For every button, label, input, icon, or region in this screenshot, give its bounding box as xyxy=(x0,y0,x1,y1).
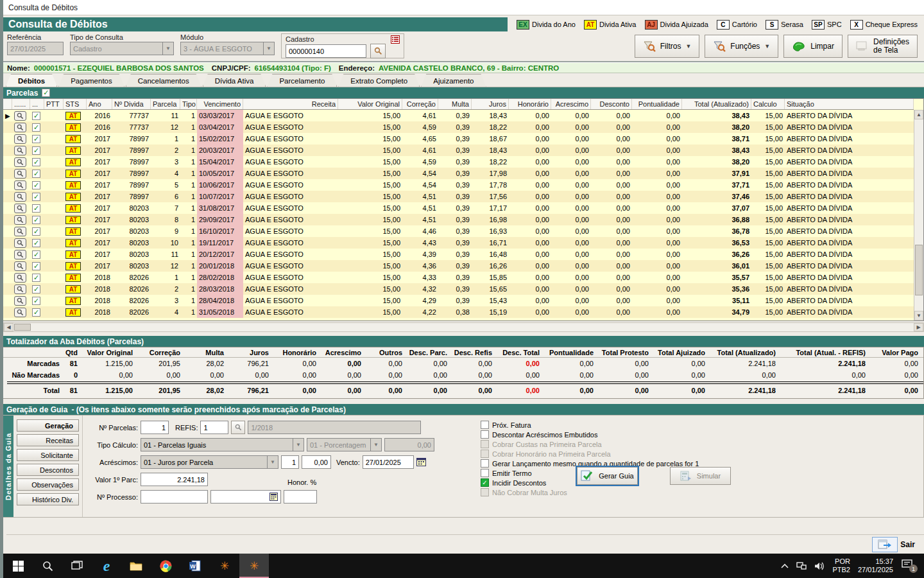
table-row[interactable]: ✓AT2017802037131/08/2017AGUA E ESGOTO15,… xyxy=(3,202,914,214)
tab-cancelamentos[interactable]: Cancelamentos xyxy=(126,74,201,87)
row-checkbox[interactable]: ✓ xyxy=(32,123,40,132)
grid-header-cell[interactable]: Multa xyxy=(438,99,472,109)
row-checkbox[interactable]: ✓ xyxy=(32,297,40,305)
row-checkbox[interactable]: ✓ xyxy=(32,227,40,236)
internet-explorer-icon[interactable]: e xyxy=(92,554,121,578)
row-search-button[interactable] xyxy=(14,261,26,271)
grid-header-cell[interactable]: ... xyxy=(30,99,44,109)
option-pr-x-fatura[interactable]: Próx. Fatura xyxy=(481,421,731,429)
tab-pagamentos[interactable]: Pagamentos xyxy=(58,74,124,87)
grid-header-cell[interactable]: Honorário xyxy=(509,99,551,109)
sair-label[interactable]: Sair xyxy=(900,540,915,549)
option-descontar-acr-scimos-embutidos[interactable]: Descontar Acréscimos Embutidos xyxy=(481,430,731,439)
scroll-left-icon[interactable]: ◀ xyxy=(4,323,13,331)
option-n-o-cobrar-multa-juros[interactable]: Não Cobrar Multa Juros xyxy=(481,488,731,496)
tipo-consulta-select[interactable]: Cadastro ▼ xyxy=(70,42,174,55)
row-search-button[interactable] xyxy=(14,204,26,213)
chevron-down-icon[interactable]: ▼ xyxy=(163,42,174,55)
row-checkbox[interactable]: ✓ xyxy=(32,239,40,247)
row-search-button[interactable] xyxy=(14,238,26,248)
row-search-button[interactable] xyxy=(14,111,26,121)
row-checkbox[interactable]: ✓ xyxy=(32,158,40,166)
grid-header-cell[interactable]: Valor Original xyxy=(338,99,402,109)
row-search-button[interactable] xyxy=(14,146,26,155)
row-search-button[interactable] xyxy=(14,273,26,283)
tab-débitos[interactable]: Débitos xyxy=(6,74,57,87)
parcelas-checkbox[interactable]: ✓ xyxy=(42,89,50,97)
table-row[interactable]: ▶✓AT20167773711103/03/2017AGUA E ESGOTO1… xyxy=(3,110,914,121)
simular-button[interactable]: Simular xyxy=(670,467,731,485)
scroll-down-icon[interactable]: ▼ xyxy=(914,311,923,320)
grid-header-cell[interactable]: Pontualidade xyxy=(632,99,682,109)
table-row[interactable]: ✓AT2017789972120/03/2017AGUA E ESGOTO15,… xyxy=(3,144,914,156)
tab-ajuizamento[interactable]: Ajuizamento xyxy=(421,74,486,87)
tab-dívida-ativa[interactable]: Dívida Ativa xyxy=(203,74,266,87)
grid-header-cell[interactable]: Juros xyxy=(472,99,509,109)
app-icon-active[interactable]: ✳ xyxy=(239,554,269,578)
cadastro-input[interactable]: 000000140 xyxy=(286,44,366,58)
guia-button-solicitante[interactable]: Solicitante xyxy=(17,449,79,461)
row-search-button[interactable] xyxy=(14,123,26,132)
guia-button-descontos[interactable]: Descontos xyxy=(17,464,79,476)
grid-header-cell[interactable]: Desconto xyxy=(591,99,632,109)
valor-parc-input[interactable]: 2.241,18 xyxy=(141,473,208,486)
row-search-button[interactable] xyxy=(14,227,26,236)
row-search-button[interactable] xyxy=(14,169,26,179)
tipo-calculo-select[interactable]: 01 - Parcelas Iguais ▼ xyxy=(141,438,304,451)
guia-button-receitas[interactable]: Receitas xyxy=(17,434,79,446)
referencia-field[interactable]: 27/01/2025 xyxy=(7,42,64,55)
horizontal-scrollbar[interactable]: ◀ ▶ xyxy=(3,322,924,332)
scroll-right-icon[interactable]: ▶ xyxy=(914,323,923,331)
row-checkbox[interactable]: ✓ xyxy=(32,181,40,189)
horizontal-scroll-thumb[interactable] xyxy=(14,324,31,331)
limpar-button[interactable]: Limpar xyxy=(783,35,843,58)
row-checkbox[interactable]: ✓ xyxy=(32,204,40,213)
gerar-guia-button[interactable]: Gerar Guia xyxy=(577,467,638,485)
guia-button-observa-es[interactable]: Observações xyxy=(17,478,79,491)
row-checkbox[interactable]: ✓ xyxy=(32,250,40,259)
checkbox-icon[interactable] xyxy=(481,450,489,458)
vencto-input[interactable]: 27/01/2025 xyxy=(363,455,414,469)
grid-header-cell[interactable]: Acrescimo xyxy=(551,99,591,109)
grid-header-cell[interactable]: Correção xyxy=(402,99,438,109)
row-checkbox[interactable]: ✓ xyxy=(32,308,40,317)
row-checkbox[interactable]: ✓ xyxy=(32,274,40,282)
calculator-icon[interactable] xyxy=(270,493,278,501)
row-checkbox[interactable]: ✓ xyxy=(32,135,40,143)
grid-header-cell[interactable]: Calculo xyxy=(751,99,785,109)
table-row[interactable]: ✓AT2017789971115/02/2017AGUA E ESGOTO15,… xyxy=(3,133,914,144)
table-row[interactable]: ✓AT20178020310119/11/2017AGUA E ESGOTO15… xyxy=(3,237,914,249)
table-row[interactable]: ✓AT2017789973115/04/2017AGUA E ESGOTO15,… xyxy=(3,156,914,168)
file-explorer-icon[interactable] xyxy=(121,554,151,578)
processo-input-2[interactable] xyxy=(210,490,281,504)
table-row[interactable]: ✓AT2017802039116/10/2017AGUA E ESGOTO15,… xyxy=(3,225,914,237)
checkbox-icon[interactable] xyxy=(481,459,489,468)
chevron-down-icon[interactable]: ▼ xyxy=(293,438,304,451)
tab-extrato-completo[interactable]: Extrato Completo xyxy=(338,74,420,87)
grid-header-cell[interactable]: PTT xyxy=(44,99,64,109)
row-checkbox[interactable]: ✓ xyxy=(32,285,40,293)
start-button[interactable] xyxy=(3,554,33,578)
search-cadastro-button[interactable] xyxy=(370,44,386,58)
table-row[interactable]: ✓AT2017789974110/05/2017AGUA E ESGOTO15,… xyxy=(3,168,914,179)
table-row[interactable]: ✓AT20178020311120/12/2017AGUA E ESGOTO15… xyxy=(3,249,914,260)
vertical-scroll-thumb[interactable] xyxy=(915,245,923,295)
tab-parcelamento[interactable]: Parcelamento xyxy=(267,74,337,87)
option-cobrar-honor-rio-na-primeira-p[interactable]: Cobrar Honorário na Primeira Parcela xyxy=(481,450,731,458)
acrescimos-valor-input[interactable]: 0,00 xyxy=(302,455,331,469)
refis-input[interactable]: 1 xyxy=(200,421,228,434)
notification-center-icon[interactable]: 1 xyxy=(901,559,918,573)
funcoes-button[interactable]: Funções▼ xyxy=(705,35,778,58)
grid-header-cell[interactable]: Ano xyxy=(87,99,112,109)
volume-icon[interactable] xyxy=(814,562,825,570)
row-checkbox[interactable]: ✓ xyxy=(32,112,40,120)
row-search-button[interactable] xyxy=(14,134,26,144)
definicoes-tela-button[interactable]: Definições de Tela xyxy=(848,35,918,58)
vertical-scrollbar[interactable]: ▲ ▼ xyxy=(914,110,923,320)
acrescimos-select[interactable]: 01 - Juros por Parcela ▼ xyxy=(141,455,278,469)
grid-header-cell[interactable]: Nº Divida xyxy=(112,99,151,109)
row-checkbox[interactable]: ✓ xyxy=(32,262,40,270)
grid-header-cell[interactable]: Vencimento xyxy=(197,99,243,109)
detalhes-guia-tab[interactable]: Detalhes da Guia xyxy=(3,416,13,517)
grid-header-cell[interactable]: STS xyxy=(64,99,87,109)
